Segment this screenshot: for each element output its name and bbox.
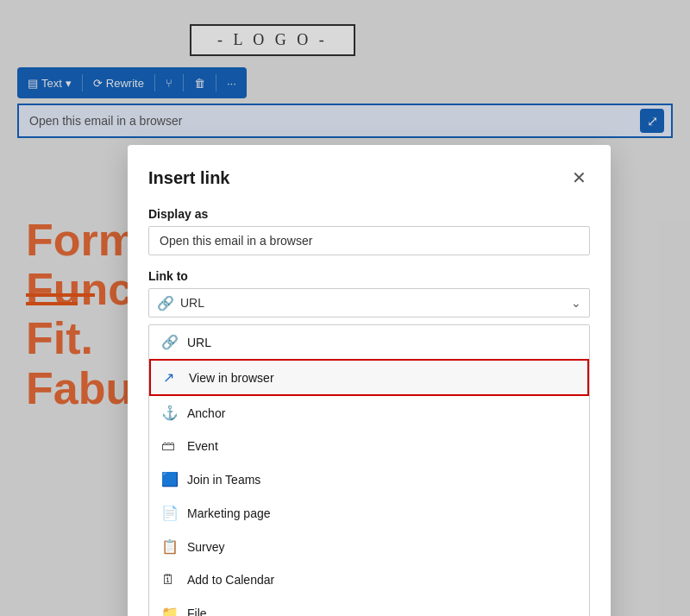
link-to-label: Link to (148, 269, 590, 283)
file-icon: 📁 (161, 605, 179, 616)
dropdown-item-file[interactable]: 📁 File (149, 596, 589, 616)
display-as-input[interactable] (148, 226, 590, 255)
view-in-browser-icon: ↗ (163, 369, 180, 386)
dropdown-item-url[interactable]: 🔗 URL (149, 325, 589, 359)
anchor-label: Anchor (187, 406, 225, 420)
marketing-page-label: Marketing page (187, 506, 271, 520)
dropdown-item-anchor[interactable]: ⚓ Anchor (149, 396, 589, 430)
calendar-icon: 🗓 (161, 572, 179, 588)
dropdown-item-marketing-page[interactable]: 📄 Marketing page (149, 496, 589, 530)
dropdown-item-view-in-browser[interactable]: ↗ View in browser View in browser (149, 359, 589, 396)
link-to-select[interactable]: URL (148, 288, 590, 317)
modal-title: Insert link (148, 168, 229, 188)
add-to-calendar-label: Add to Calendar (187, 573, 274, 587)
survey-icon: 📋 (161, 538, 179, 555)
dropdown-item-survey[interactable]: 📋 Survey (149, 530, 589, 563)
event-label: Event (187, 439, 218, 453)
teams-icon: 🟦 (161, 471, 179, 487)
url-label: URL (187, 336, 211, 349)
marketing-page-icon: 📄 (161, 505, 179, 521)
file-label: File (187, 607, 207, 617)
insert-link-modal: Insert link ✕ Display as Link to 🔗 URL ⌄… (128, 145, 611, 616)
anchor-icon: ⚓ (161, 405, 179, 421)
dropdown-item-add-to-calendar[interactable]: 🗓 Add to Calendar (149, 563, 589, 596)
view-in-browser-label: View in browser (189, 371, 274, 385)
modal-header: Insert link ✕ (148, 166, 590, 190)
link-to-dropdown-wrapper: 🔗 URL ⌄ (148, 288, 590, 317)
display-as-label: Display as (148, 207, 590, 221)
survey-label: Survey (187, 540, 225, 554)
dropdown-item-join-in-teams[interactable]: 🟦 Join in Teams (149, 462, 589, 496)
dropdown-list: 🔗 URL ↗ View in browser View in browser … (148, 324, 590, 616)
modal-close-button[interactable]: ✕ (568, 166, 590, 190)
link-icon: 🔗 (157, 295, 174, 311)
join-in-teams-label: Join in Teams (187, 473, 260, 487)
event-icon: 🗃 (161, 438, 179, 454)
url-icon: 🔗 (161, 334, 179, 350)
dropdown-item-event[interactable]: 🗃 Event (149, 430, 589, 462)
